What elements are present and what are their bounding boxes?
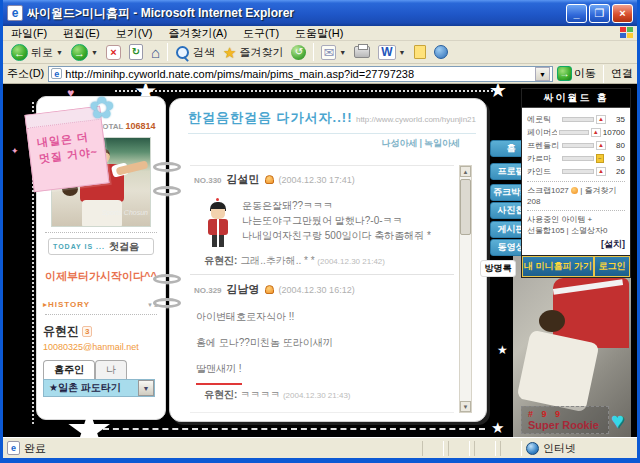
binder-ring [153,186,181,196]
entry-author[interactable]: 김남영 [227,282,260,297]
forward-icon: → [71,44,88,61]
menu-bar: 파일(F) 편집(E) 보기(V) 즐겨찾기(A) 도구(T) 도움말(H) [3,26,637,41]
favorites-button[interactable]: ★ 즐겨찾기 [219,42,287,63]
jersey-number: # 9 9 [528,409,608,419]
sublink-1[interactable]: 나성아세 [381,138,417,148]
messenger-button[interactable] [430,42,452,63]
sparkle-decoration: ✦ [11,146,19,156]
expire-box-count[interactable]: 소멸상자0 [571,226,607,235]
menu-edit[interactable]: 편집(E) [55,26,108,41]
entry-date: (2004.12.30 16:12) [279,285,355,295]
forward-button[interactable]: → ▼ [67,42,102,63]
search-label: 검색 [193,45,215,60]
word-icon: W [378,45,395,60]
divider [527,181,625,182]
guestbook-panel: 한걸음한걸음 다가서자..!! http://www.cyworld.com/h… [169,98,487,422]
window-title: 싸이월드>미니홈피 - Microsoft Internet Explorer [27,5,564,22]
history-icon: ↺ [291,45,306,60]
history-button[interactable]: ↺ [287,42,310,63]
minihome-url: http://www.cyworld.com/hyunjin21 [356,115,476,124]
mail-caret-icon[interactable]: ▼ [339,49,346,56]
word-caret-icon[interactable]: ▼ [399,49,406,56]
dropdown-arrow-icon[interactable]: ▼ [138,380,154,396]
note-icon [414,45,426,59]
menu-help[interactable]: 도움말(H) [287,26,351,41]
go-label: 이동 [574,66,596,81]
browser-toolbar: ← 뒤로 ▼ → ▼ × ↻ ⌂ 검색 ★ 즐겨찾기 ↺ ✉ ▼ W ▼ [3,41,637,64]
guestbook-sublinks: 나성아세|녹일아세 [188,134,476,150]
back-label: 뒤로 [31,45,53,60]
tab-guestbook-selected[interactable]: 방명록 [480,260,516,277]
minime-avatar [206,202,230,250]
stat-erotic: 에로틱 ▲ 35 [527,113,625,126]
address-dropdown-icon[interactable]: ▼ [535,67,550,81]
ilchon-dropdown[interactable]: ★일촌 파도타기 ▼ [43,379,155,397]
my-minihome-button[interactable]: 내 미니홈피 가기 [522,256,594,277]
divider [527,210,625,211]
message-line: 아이변태호로자식아 !! [196,304,333,330]
status-cell [500,441,522,456]
tab-me[interactable]: 나 [95,360,127,379]
photo-caption-box: # 9 9 Super Rookie [521,406,609,434]
up-arrow-icon: ▲ [596,141,606,150]
install-link[interactable]: [설치] [527,238,625,251]
owner-badge[interactable]: 3 [82,326,92,337]
mail-button[interactable]: ✉ ▼ [317,42,350,63]
zone-text: 인터넷 [543,441,633,456]
guestbook-scrollbar[interactable]: ▲ ▼ [459,165,472,413]
menu-file[interactable]: 파일(F) [3,26,55,41]
scrap-count[interactable]: 스크랩1027 [527,186,569,195]
maximize-button[interactable]: ❐ [589,4,610,23]
menu-tools[interactable]: 도구(T) [235,26,287,41]
refresh-button[interactable]: ↻ [125,42,147,63]
print-button[interactable] [350,42,374,63]
today-is-box: TODAY IS ... 첫걸음 [48,238,154,255]
status-page-icon: e [7,441,20,455]
address-url: http://minihp.cyworld.nate.com/pims/main… [65,68,414,80]
sublink-2[interactable]: 녹일아세 [424,138,460,148]
home-button[interactable]: ⌂ [147,42,164,63]
scroll-up-icon[interactable]: ▲ [460,166,471,177]
back-button[interactable]: ← 뒤로 ▼ [7,42,67,63]
member-icon [265,285,274,294]
message-line: 나내일여자친구랑 500일이다 축하좀해줘 * [242,228,431,243]
menu-favorites[interactable]: 즐겨찾기(A) [160,26,235,41]
today-is-label: TODAY IS ... [53,243,105,250]
status-cell [474,441,496,456]
message-line: 홈에 모나??미친놈 또라이새끼 [196,330,333,356]
back-caret-icon[interactable]: ▼ [56,49,63,56]
notes-button[interactable] [410,42,430,63]
close-button[interactable]: × [612,4,633,23]
cyworld-home-header: 싸이월드 홈 [522,89,630,108]
divider [45,314,157,315]
go-button[interactable]: → 이동 [557,66,596,81]
ie-app-icon: e [7,5,23,21]
menu-view[interactable]: 보기(V) [108,26,161,41]
big-star-decoration: ★ [65,402,113,437]
badge-icon [571,187,578,194]
gift-count[interactable]: 선물함105 [527,226,564,235]
edit-word-button[interactable]: W ▼ [374,42,409,63]
scrollbar-thumb[interactable] [460,179,471,235]
stop-button[interactable]: × [102,42,125,63]
page-ie-icon: e [51,68,62,79]
status-text: 완료 [24,441,46,456]
items-in-use-link[interactable]: 사용중인 아이템 + [527,214,625,225]
links-label: 연결 [611,66,633,81]
scroll-down-icon[interactable]: ▼ [460,401,471,412]
windows-logo-icon [617,27,635,40]
back-icon: ← [11,44,28,61]
login-button[interactable]: 로그인 [594,256,630,277]
tab-owner[interactable]: 홈주인 [43,360,95,379]
entry-number: NO.330 [194,176,222,185]
minus-icon: − [596,154,604,163]
up-arrow-icon: ▲ [596,115,606,124]
address-input[interactable]: e http://minihp.cyworld.nate.com/pims/ma… [48,66,553,82]
owner-email[interactable]: 10080325@hanmail.net [43,342,159,352]
minimize-button[interactable]: _ [566,4,587,23]
reply-text: 그래..추카해.. * * [240,255,314,266]
stop-icon: × [106,45,121,60]
forward-caret-icon[interactable]: ▼ [91,49,98,56]
search-button[interactable]: 검색 [171,42,219,63]
entry-author[interactable]: 김설민 [227,172,260,187]
